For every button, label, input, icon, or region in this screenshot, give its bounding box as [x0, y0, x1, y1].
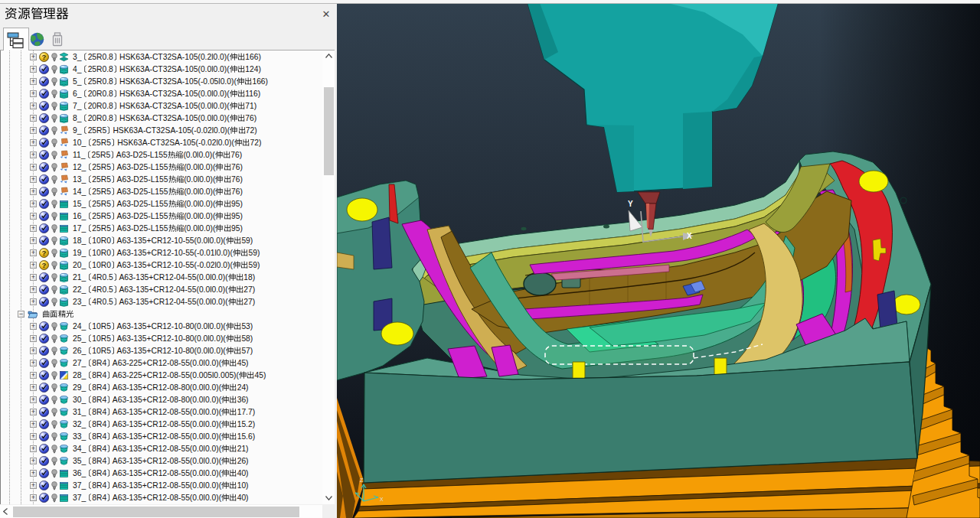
- svg-text:Z: Z: [360, 477, 364, 483]
- svg-text:Y: Y: [628, 200, 633, 208]
- svg-text:X: X: [380, 497, 384, 502]
- svg-text:X: X: [687, 232, 692, 240]
